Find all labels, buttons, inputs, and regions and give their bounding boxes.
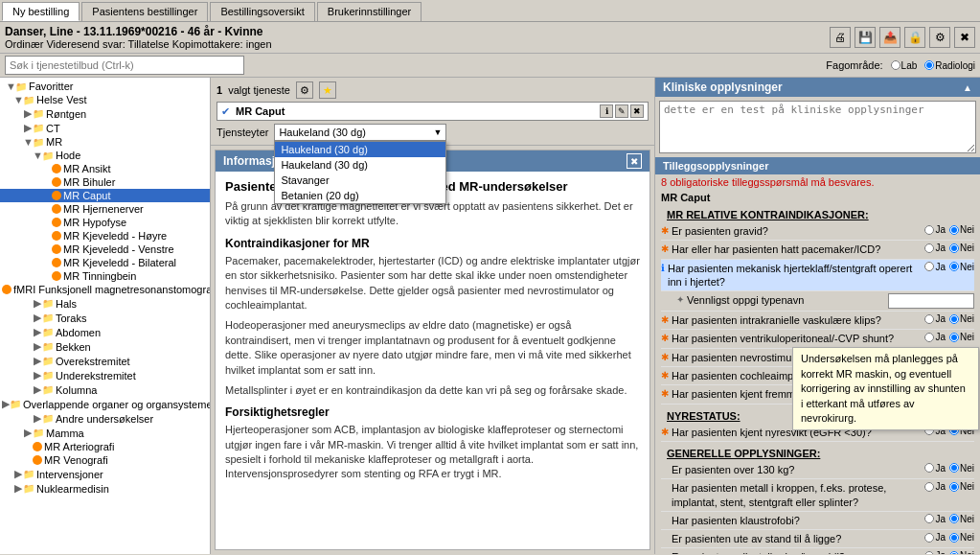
- dropdown-option-0[interactable]: Haukeland (30 dg): [275, 142, 445, 157]
- sidebar-item-kolumna[interactable]: ▶ 📁 Kolumna: [0, 382, 210, 397]
- sidebar-item-toraks[interactable]: ▶ 📁 Toraks: [0, 311, 210, 325]
- dropdown-option-3[interactable]: Betanien (20 dg): [275, 188, 445, 203]
- radio-ja[interactable]: Ja: [924, 313, 946, 324]
- expand-icon[interactable]: ▶: [23, 107, 33, 120]
- info-panel-close-button[interactable]: ✖: [627, 153, 642, 169]
- radio-ja[interactable]: Ja: [924, 262, 946, 272]
- radio-ja[interactable]: Ja: [924, 332, 946, 342]
- sidebar-item-mr-arteriografi[interactable]: MR Arteriografi: [0, 440, 210, 453]
- search-input[interactable]: [5, 56, 244, 75]
- radio-nei[interactable]: Nei: [949, 224, 974, 235]
- radio-nei[interactable]: Nei: [949, 514, 974, 524]
- radio-radiologi-input[interactable]: [924, 60, 934, 70]
- radio-lab-input[interactable]: [891, 60, 900, 70]
- radio-ja[interactable]: Ja: [924, 463, 946, 474]
- export-button[interactable]: 📤: [879, 27, 900, 48]
- sidebar-item-mr-caput[interactable]: MR Caput: [0, 189, 210, 202]
- sidebar-item-helse-vest[interactable]: ▼ 📁 Helse Vest: [0, 93, 210, 106]
- print-button[interactable]: 🖨: [830, 27, 851, 48]
- radio-ja-input[interactable]: [924, 514, 934, 523]
- tab-ny-bestilling[interactable]: Ny bestilling: [2, 2, 80, 21]
- radio-nei[interactable]: Nei: [949, 481, 974, 492]
- radio-ja-input[interactable]: [924, 482, 934, 492]
- radio-ja[interactable]: Ja: [924, 243, 946, 253]
- radio-nei[interactable]: Nei: [949, 332, 974, 342]
- service-gear-button[interactable]: ⚙: [296, 81, 313, 99]
- expand-icon[interactable]: ▶: [2, 398, 10, 410]
- radio-nei-input[interactable]: [949, 514, 959, 523]
- expand-icon[interactable]: ▼: [33, 150, 42, 161]
- radio-nei[interactable]: Nei: [949, 262, 974, 272]
- radio-nei-input[interactable]: [949, 243, 959, 253]
- radio-nei[interactable]: Nei: [949, 313, 974, 324]
- expand-icon[interactable]: ▶: [23, 427, 33, 439]
- sidebar-item-mr-tinningbein[interactable]: MR Tinningbein: [0, 269, 210, 283]
- service-delete-icon[interactable]: ✖: [630, 104, 644, 118]
- service-info-icon[interactable]: ℹ: [600, 104, 613, 118]
- tab-brukerinnstillinger[interactable]: Brukerinnstillinger: [317, 2, 422, 21]
- radio-nei-input[interactable]: [949, 314, 959, 324]
- sidebar-item-andre[interactable]: ▶ 📁 Andre undersøkelser: [0, 411, 210, 426]
- radio-nei[interactable]: Nei: [949, 532, 974, 543]
- typenavn-input[interactable]: [888, 293, 974, 309]
- sidebar-item-mr-ansikt[interactable]: MR Ansikt: [0, 162, 210, 175]
- service-star-button[interactable]: ★: [319, 81, 336, 99]
- radio-ja-input[interactable]: [924, 333, 934, 342]
- expand-icon[interactable]: ▶: [33, 326, 42, 338]
- sidebar-item-bekken[interactable]: ▶ 📁 Bekken: [0, 339, 210, 354]
- close-button[interactable]: ✖: [954, 27, 975, 48]
- sidebar-item-mr-venografi[interactable]: MR Venografi: [0, 453, 210, 467]
- expand-icon[interactable]: ▶: [33, 355, 42, 367]
- sidebar-item-mr[interactable]: ▼ 📁 MR: [0, 135, 210, 149]
- sidebar-item-mamma[interactable]: ▶ 📁 Mamma: [0, 426, 210, 440]
- expand-icon[interactable]: ▶: [33, 340, 42, 353]
- sidebar-item-mr-hypofyse[interactable]: MR Hypofyse: [0, 216, 210, 229]
- expand-icon[interactable]: ▼: [23, 136, 33, 148]
- radio-ja-input[interactable]: [924, 225, 934, 235]
- tab-pasientens-bestillinger[interactable]: Pasientens bestillinger: [81, 2, 208, 21]
- radio-ja-input[interactable]: [924, 262, 934, 271]
- radio-nei[interactable]: Nei: [949, 463, 974, 474]
- settings-button[interactable]: ⚙: [929, 27, 950, 48]
- sidebar-item-mr-kjeveledd-hoyre[interactable]: MR Kjeveledd - Høyre: [0, 229, 210, 243]
- sidebar-item-favoritter[interactable]: ▼ 📁 Favoritter: [0, 80, 210, 93]
- expand-icon[interactable]: ▶: [33, 312, 42, 324]
- radio-ja[interactable]: Ja: [924, 550, 946, 554]
- sidebar-item-ct[interactable]: ▶ 📁 CT: [0, 121, 210, 135]
- radio-ja-input[interactable]: [924, 463, 934, 473]
- expand-icon[interactable]: ▶: [33, 297, 42, 310]
- sidebar-item-intervensjoner[interactable]: ▶ 📁 Intervensjoner: [0, 467, 210, 481]
- expand-icon[interactable]: ▼: [13, 94, 23, 105]
- expand-icon[interactable]: ▶: [13, 468, 23, 480]
- kliniske-textarea[interactable]: [659, 101, 976, 153]
- expand-icon[interactable]: ▶: [33, 369, 42, 382]
- sidebar-item-nuklearmedisin[interactable]: ▶ 📁 Nuklearmedisin: [0, 481, 210, 496]
- tjenesteyter-dropdown[interactable]: Haukeland (30 dg) ▼: [274, 124, 446, 141]
- radio-ja[interactable]: Ja: [924, 481, 946, 492]
- expand-icon[interactable]: ▶: [13, 482, 23, 495]
- save-button[interactable]: 💾: [855, 27, 876, 48]
- radio-lab[interactable]: Lab: [891, 60, 918, 71]
- radio-ja[interactable]: Ja: [924, 224, 946, 235]
- service-edit-icon[interactable]: ✎: [615, 104, 628, 118]
- radio-ja[interactable]: Ja: [924, 532, 946, 543]
- radio-nei-input[interactable]: [949, 482, 959, 492]
- radio-ja-input[interactable]: [924, 551, 934, 554]
- sidebar-item-fmri[interactable]: fMRI Funksjonell magnetresonanstomografi: [0, 283, 210, 296]
- lock-button[interactable]: 🔒: [904, 27, 925, 48]
- expand-icon[interactable]: ▶: [23, 122, 33, 134]
- radio-nei-input[interactable]: [949, 463, 959, 473]
- radio-radiologi[interactable]: Radiologi: [924, 60, 975, 71]
- sidebar-item-mr-bihuler[interactable]: MR Bihuler: [0, 175, 210, 189]
- tab-bestillingsoversikt[interactable]: Bestillingsoversikt: [210, 2, 314, 21]
- sidebar-item-rontgen[interactable]: ▶ 📁 Røntgen: [0, 106, 210, 121]
- radio-nei-input[interactable]: [949, 551, 959, 554]
- radio-ja[interactable]: Ja: [924, 514, 946, 524]
- expand-icon[interactable]: ▶: [33, 383, 42, 396]
- sidebar-item-overlappende[interactable]: ▶ 📁 Overlappende organer og organsysteme…: [0, 397, 210, 411]
- radio-ja-input[interactable]: [924, 314, 934, 324]
- radio-nei-input[interactable]: [949, 225, 959, 235]
- sidebar-item-mr-kjeveledd-bilateral[interactable]: MR Kjeveledd - Bilateral: [0, 256, 210, 269]
- dropdown-option-2[interactable]: Stavanger: [275, 173, 445, 188]
- radio-nei[interactable]: Nei: [949, 243, 974, 253]
